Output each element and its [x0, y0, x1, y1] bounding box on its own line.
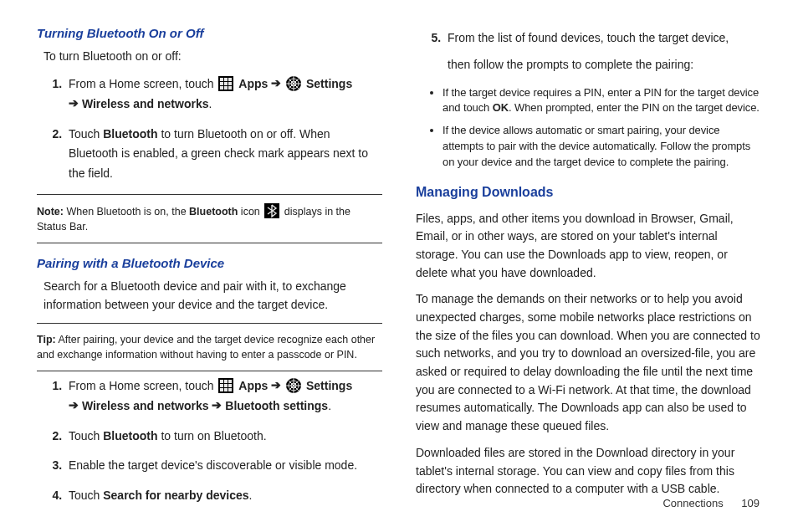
- settings-icon: [286, 378, 301, 393]
- text: Touch: [69, 429, 103, 442]
- text: From a Home screen, touch: [69, 379, 217, 392]
- tip-body: After pairing, your device and the targe…: [37, 334, 375, 361]
- pair-step-1: From a Home screen, touch Apps ➔ Setting…: [65, 376, 382, 417]
- ok-label: OK: [493, 101, 509, 114]
- tip-block: Tip: After pairing, your device and the …: [37, 329, 382, 366]
- page-footer: Connections 109: [662, 497, 760, 509]
- svg-rect-20: [224, 380, 228, 383]
- wireless-net-label: Wireless and networks: [82, 399, 209, 412]
- arrow-icon: ➔: [212, 396, 222, 416]
- divider: [37, 371, 382, 371]
- svg-rect-24: [228, 384, 232, 387]
- text: Touch: [69, 489, 103, 502]
- arrow-icon: ➔: [69, 94, 79, 114]
- svg-rect-25: [220, 388, 223, 391]
- section-name: Connections: [662, 497, 723, 509]
- svg-rect-23: [224, 384, 228, 387]
- svg-rect-1: [220, 78, 223, 81]
- text: If the device allows automatic or smart …: [442, 124, 750, 168]
- step-1: From a Home screen, touch Apps ➔ Setting…: [65, 74, 382, 115]
- text: Touch: [69, 127, 103, 141]
- step-5: From the list of found devices, touch th…: [444, 28, 761, 75]
- period: .: [208, 97, 212, 110]
- pairing-bullets: If the target device requires a PIN, ent…: [416, 85, 761, 171]
- note-bt-word: Bluetooth: [189, 206, 238, 217]
- bullet-pin: If the target device requires a PIN, ent…: [442, 85, 761, 117]
- settings-icon: [286, 76, 301, 91]
- apps-label: Apps: [238, 379, 268, 392]
- divider: [37, 323, 382, 324]
- bullet-auto-pair: If the device allows automatic or smart …: [442, 123, 761, 171]
- steps-on-off: From a Home screen, touch Apps ➔ Setting…: [37, 74, 382, 184]
- heading-turning-bt: Turning Bluetooth On or Off: [37, 23, 382, 43]
- apps-label: Apps: [238, 77, 268, 90]
- note-block: Note: When Bluetooth is on, the Bluetoot…: [37, 200, 382, 238]
- divider: [37, 194, 382, 195]
- bluetooth-label: Bluetooth: [103, 127, 157, 141]
- note-label: Note:: [37, 206, 64, 217]
- svg-rect-5: [224, 82, 228, 85]
- step-2: Touch Bluetooth to turn Bluetooth on or …: [65, 125, 382, 184]
- downloads-p1: Files, apps, and other items you downloa…: [416, 210, 761, 283]
- settings-label: Settings: [306, 77, 352, 90]
- steps-continued: From the list of found devices, touch th…: [416, 28, 761, 75]
- step5-line2: then follow the prompts to complete the …: [448, 55, 761, 75]
- steps-pairing: From a Home screen, touch Apps ➔ Setting…: [37, 376, 382, 506]
- arrow-icon: ➔: [69, 396, 79, 416]
- note-text: When Bluetooth is on, the: [66, 206, 189, 217]
- svg-rect-9: [228, 86, 232, 90]
- text: From a Home screen, touch: [69, 77, 217, 90]
- pair-step-3: Enable the target device's discoverable …: [65, 456, 382, 476]
- arrow-icon: ➔: [271, 74, 281, 94]
- intro-text: To turn Bluetooth on or off:: [43, 48, 382, 66]
- text: to turn on Bluetooth.: [158, 429, 267, 442]
- svg-rect-8: [224, 86, 228, 90]
- left-column: Turning Bluetooth On or Off To turn Blue…: [37, 23, 382, 516]
- right-column: From the list of found devices, touch th…: [416, 23, 761, 516]
- page-number: 109: [741, 497, 760, 509]
- pairing-intro: Search for a Bluetooth device and pair w…: [43, 278, 382, 314]
- manual-page: Turning Bluetooth On or Off To turn Blue…: [0, 0, 798, 524]
- svg-rect-22: [220, 384, 223, 387]
- svg-rect-2: [224, 78, 228, 81]
- heading-downloads: Managing Downloads: [416, 182, 761, 203]
- svg-rect-27: [228, 388, 232, 391]
- note-text: icon: [238, 206, 263, 217]
- apps-icon: [218, 76, 233, 91]
- downloads-p2: To manage the demands on their networks …: [416, 290, 761, 436]
- svg-rect-7: [220, 86, 223, 90]
- divider: [37, 243, 382, 243]
- arrow-icon: ➔: [271, 376, 281, 396]
- bluetooth-label: Bluetooth: [103, 429, 157, 442]
- period: .: [249, 489, 253, 502]
- svg-rect-4: [220, 82, 223, 85]
- bt-settings-label: Bluetooth settings: [225, 399, 328, 412]
- heading-pairing: Pairing with a Bluetooth Device: [37, 253, 382, 273]
- wireless-networks-label: Wireless and networks: [82, 97, 209, 110]
- tip-label: Tip:: [37, 334, 56, 345]
- apps-icon: [218, 378, 233, 393]
- text: . When prompted, enter the PIN on the ta…: [509, 101, 760, 114]
- search-devices-label: Search for nearby devices: [103, 489, 248, 502]
- svg-rect-26: [224, 388, 228, 391]
- svg-rect-6: [228, 82, 232, 85]
- bluetooth-icon: [264, 203, 279, 218]
- period: .: [328, 399, 331, 412]
- svg-rect-19: [220, 380, 223, 383]
- text: Enable the target device's discoverable …: [69, 458, 357, 472]
- downloads-p3: Downloaded files are stored in the Downl…: [416, 444, 761, 499]
- svg-rect-3: [228, 78, 232, 81]
- svg-rect-21: [228, 380, 232, 383]
- pair-step-4: Touch Search for nearby devices.: [65, 486, 382, 506]
- settings-label: Settings: [306, 379, 352, 392]
- step5-line1: From the list of found devices, touch th…: [448, 28, 761, 49]
- pair-step-2: Touch Bluetooth to turn on Bluetooth.: [65, 427, 382, 447]
